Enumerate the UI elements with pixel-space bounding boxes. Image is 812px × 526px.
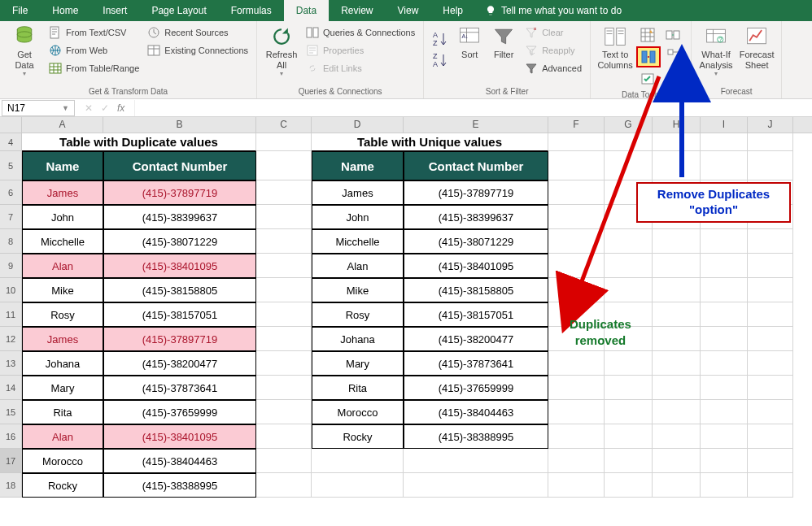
col-header-C[interactable]: C: [256, 117, 312, 133]
col-header-H[interactable]: H: [653, 117, 701, 133]
cell[interactable]: [605, 351, 653, 376]
tab-data[interactable]: Data: [284, 0, 329, 21]
cell[interactable]: [605, 449, 653, 473]
cell[interactable]: [653, 327, 701, 351]
tab-review[interactable]: Review: [329, 0, 385, 21]
cell[interactable]: [653, 424, 701, 449]
tab-home[interactable]: Home: [40, 0, 90, 21]
table1-name[interactable]: Alan: [22, 424, 103, 449]
table2-contact[interactable]: (415)-37873641: [404, 351, 548, 376]
row-header[interactable]: 12: [0, 327, 22, 351]
table2-header-name[interactable]: Name: [312, 151, 404, 180]
cell[interactable]: [256, 449, 312, 473]
row-header[interactable]: 18: [0, 473, 22, 498]
cell[interactable]: [404, 449, 548, 473]
cell[interactable]: [256, 151, 312, 180]
table2-contact[interactable]: (415)-38401095: [404, 254, 548, 278]
table2-name[interactable]: Morocco: [312, 400, 404, 424]
table2-header-contact[interactable]: Contact Number: [404, 151, 548, 180]
cell[interactable]: [653, 400, 701, 424]
consolidate-button[interactable]: [661, 25, 684, 45]
cell[interactable]: [653, 254, 701, 278]
sort-button[interactable]: A↓ Sort: [453, 24, 486, 62]
cell[interactable]: [653, 133, 701, 151]
cell[interactable]: [748, 180, 793, 205]
table1-contact[interactable]: (415)-37873641: [103, 376, 256, 400]
cell[interactable]: [748, 449, 793, 473]
cell[interactable]: [605, 151, 653, 180]
cell[interactable]: [653, 473, 701, 498]
row-header[interactable]: 4: [0, 133, 22, 151]
cell[interactable]: [748, 424, 793, 449]
cell[interactable]: [701, 376, 748, 400]
cell[interactable]: [748, 229, 793, 254]
table1-contact[interactable]: (415)-37897719: [103, 180, 256, 205]
cell[interactable]: [548, 424, 605, 449]
table1-title[interactable]: Table with Duplicate values: [22, 133, 256, 151]
name-box-dropdown-icon[interactable]: ▼: [62, 104, 69, 112]
cell[interactable]: [701, 327, 748, 351]
cell[interactable]: [548, 400, 605, 424]
cell[interactable]: [701, 278, 748, 302]
cell[interactable]: [748, 473, 793, 498]
tell-me[interactable]: Tell me what you want to do: [475, 0, 631, 21]
cell[interactable]: [548, 180, 605, 205]
edit-links-button[interactable]: Edit Links: [303, 59, 418, 77]
cell[interactable]: [256, 376, 312, 400]
cell[interactable]: [701, 254, 748, 278]
table2-name[interactable]: Johana: [312, 327, 404, 351]
cell[interactable]: [256, 133, 312, 151]
cell[interactable]: [256, 473, 312, 498]
cell[interactable]: [701, 473, 748, 498]
table2-contact[interactable]: (415)-38071229: [404, 229, 548, 254]
table1-name[interactable]: James: [22, 180, 103, 205]
cell[interactable]: [548, 151, 605, 180]
cell[interactable]: [748, 400, 793, 424]
cell[interactable]: [653, 449, 701, 473]
clear-button[interactable]: Clear: [522, 24, 585, 41]
filter-button[interactable]: Filter: [487, 24, 520, 62]
cell[interactable]: [548, 351, 605, 376]
enter-formula-icon[interactable]: ✓: [101, 102, 109, 114]
cell[interactable]: [256, 302, 312, 327]
cell[interactable]: [256, 229, 312, 254]
table1-name[interactable]: Micchelle: [22, 229, 103, 254]
cell[interactable]: [404, 473, 548, 498]
row-header[interactable]: 13: [0, 351, 22, 376]
cell[interactable]: [605, 205, 653, 229]
tab-insert[interactable]: Insert: [90, 0, 139, 21]
cell[interactable]: [701, 180, 748, 205]
cell[interactable]: [256, 351, 312, 376]
cell[interactable]: [748, 327, 793, 351]
remove-duplicates-button[interactable]: [639, 49, 658, 65]
table2-contact[interactable]: (415)-37897719: [404, 180, 548, 205]
from-table-range-button[interactable]: From Table/Range: [46, 59, 142, 77]
table1-contact[interactable]: (415)-38158805: [103, 278, 256, 302]
cell[interactable]: [605, 400, 653, 424]
table1-contact[interactable]: (415)-38404463: [103, 449, 256, 473]
cell[interactable]: [312, 449, 404, 473]
cell[interactable]: [548, 278, 605, 302]
refresh-all-button[interactable]: Refresh All ▾: [262, 24, 301, 79]
cell[interactable]: [701, 302, 748, 327]
table1-contact[interactable]: (415)-37897719: [103, 327, 256, 351]
table2-name[interactable]: Mike: [312, 278, 404, 302]
col-header-J[interactable]: J: [748, 117, 793, 133]
tab-file[interactable]: File: [0, 0, 40, 21]
cell[interactable]: [701, 400, 748, 424]
table2-name[interactable]: Rita: [312, 376, 404, 400]
cell[interactable]: [605, 133, 653, 151]
cell[interactable]: [701, 449, 748, 473]
cell[interactable]: [605, 229, 653, 254]
row-header[interactable]: 5: [0, 151, 22, 180]
table1-header-contact[interactable]: Contact Number: [103, 151, 256, 180]
data-model-button[interactable]: [661, 69, 684, 89]
col-header-D[interactable]: D: [312, 117, 404, 133]
row-header[interactable]: 10: [0, 278, 22, 302]
table2-contact[interactable]: (415)-38404463: [404, 400, 548, 424]
table2-contact[interactable]: (415)-38157051: [404, 302, 548, 327]
table2-title[interactable]: Table with Unique values: [312, 133, 548, 151]
cell[interactable]: [548, 327, 605, 351]
table2-name[interactable]: Rocky: [312, 424, 404, 449]
cell[interactable]: [653, 376, 701, 400]
